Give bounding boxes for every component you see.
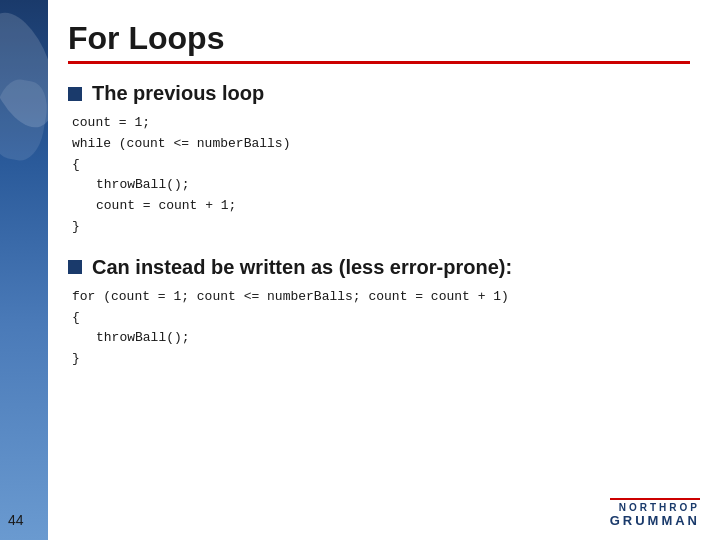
bullet-label-2: Can instead be written as (less error-pr… (92, 256, 512, 279)
bullet-square-2 (68, 260, 82, 274)
code-line-2-2: { (72, 308, 690, 329)
bullet-section-2: Can instead be written as (less error-pr… (68, 256, 690, 370)
slide-title: For Loops (68, 20, 690, 57)
bullet-square-1 (68, 87, 82, 101)
code-line-1-3: { (72, 155, 690, 176)
main-content: For Loops The previous loop count = 1; w… (48, 0, 720, 540)
code-block-1: count = 1; while (count <= numberBalls) … (72, 113, 690, 238)
code-line-1-2: while (count <= numberBalls) (72, 134, 690, 155)
bullet-section-1: The previous loop count = 1; while (coun… (68, 82, 690, 238)
slide: For Loops The previous loop count = 1; w… (0, 0, 720, 540)
bullet-header-2: Can instead be written as (less error-pr… (68, 256, 690, 279)
left-decorative-bar (0, 0, 48, 540)
title-section: For Loops (68, 20, 690, 64)
code-line-2-3: throwBall(); (96, 328, 690, 349)
bullet-header-1: The previous loop (68, 82, 690, 105)
code-line-1-6: } (72, 217, 690, 238)
logo-area: NORTHROP GRUMMAN (610, 498, 700, 528)
code-block-2: for (count = 1; count <= numberBalls; co… (72, 287, 690, 370)
logo-text: NORTHROP GRUMMAN (610, 502, 700, 528)
logo-northrop: NORTHROP (610, 502, 700, 513)
logo-red-line (610, 498, 700, 500)
page-number: 44 (8, 512, 24, 528)
code-line-1-4: throwBall(); (96, 175, 690, 196)
code-line-1-1: count = 1; (72, 113, 690, 134)
bullet-label-1: The previous loop (92, 82, 264, 105)
code-line-1-5: count = count + 1; (96, 196, 690, 217)
title-underline (68, 61, 690, 64)
logo-grumman: GRUMMAN (610, 513, 700, 528)
code-line-2-4: } (72, 349, 690, 370)
code-line-2-1: for (count = 1; count <= numberBalls; co… (72, 287, 690, 308)
